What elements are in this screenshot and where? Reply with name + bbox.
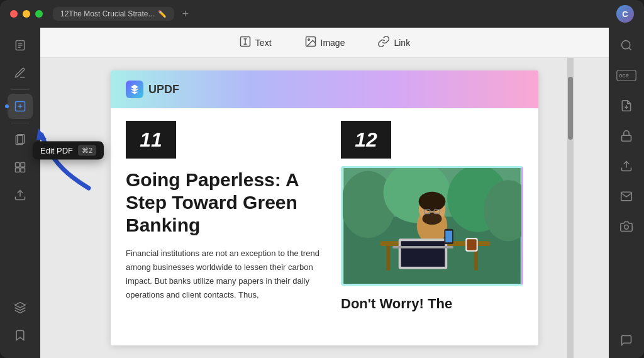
svg-marker-12	[15, 303, 26, 308]
pdf-right-column: 12	[341, 121, 523, 312]
right-chat-button[interactable]	[614, 328, 639, 353]
left-sidebar: Edit PDF ⌘2	[0, 28, 40, 358]
text-toolbar-icon	[239, 35, 252, 50]
toolbar-text-button[interactable]: Text	[233, 31, 278, 54]
right-import-button[interactable]	[614, 93, 639, 118]
traffic-lights	[10, 10, 43, 18]
svg-line-41	[629, 48, 631, 50]
sidebar-item-reader[interactable]	[8, 33, 33, 58]
number-12: 12	[355, 128, 377, 152]
link-toolbar-icon	[377, 35, 390, 50]
article-image	[341, 166, 523, 286]
number-box-12: 12	[341, 121, 391, 159]
scrollbar-track[interactable]	[567, 58, 574, 358]
titlebar: 12The Most Crucial Strate... ✏️ + C	[0, 0, 644, 28]
link-toolbar-label: Link	[394, 38, 410, 48]
close-button[interactable]	[10, 10, 18, 18]
right-share-button[interactable]	[614, 154, 639, 179]
edit-icon: ✏️	[158, 10, 167, 18]
right-save-button[interactable]	[614, 214, 639, 239]
svg-rect-37	[467, 239, 476, 250]
toolbar-image-button[interactable]: Image	[298, 31, 352, 54]
sidebar-item-bookmark[interactable]	[8, 323, 33, 348]
svg-rect-24	[386, 246, 390, 271]
article-subtitle: Don't Worry! The	[341, 296, 523, 312]
content-wrapper: Text Image	[40, 28, 609, 358]
new-tab-button[interactable]: +	[179, 8, 191, 21]
pdf-page: UPDF 11 Going Paperless: A Step Toward G…	[111, 70, 538, 345]
article-title: Going Paperless: A Step Toward Green Ban…	[126, 169, 326, 237]
tooltip-label: Edit PDF	[40, 146, 73, 155]
svg-point-16	[308, 38, 309, 40]
svg-rect-7	[16, 163, 20, 167]
svg-rect-35	[392, 246, 453, 249]
main-layout: Edit PDF ⌘2 Text	[0, 28, 644, 358]
svg-rect-45	[622, 135, 631, 141]
svg-point-28	[419, 192, 446, 211]
tooltip-shortcut: ⌘2	[78, 145, 96, 156]
svg-rect-9	[16, 168, 20, 172]
svg-text:OCR: OCR	[619, 73, 630, 79]
svg-point-47	[625, 225, 629, 230]
tab-title: 12The Most Crucial Strate...	[60, 9, 154, 18]
content-area: UPDF 11 Going Paperless: A Step Toward G…	[40, 58, 609, 358]
user-avatar[interactable]: C	[616, 5, 634, 23]
sidebar-item-pages[interactable]	[8, 127, 33, 152]
sidebar-item-organize[interactable]	[8, 155, 33, 180]
maximize-button[interactable]	[35, 10, 43, 18]
pdf-header: UPDF	[111, 70, 538, 108]
right-search-button[interactable]	[614, 33, 639, 58]
svg-rect-10	[21, 168, 25, 172]
edit-pdf-tooltip: Edit PDF ⌘2	[33, 142, 104, 160]
sidebar-item-layers[interactable]	[8, 295, 33, 320]
updf-logo-icon	[126, 81, 143, 98]
divider-1	[11, 89, 30, 90]
sidebar-item-export[interactable]	[8, 182, 33, 208]
sidebar-item-edit[interactable]	[8, 94, 33, 119]
number-box-11: 11	[126, 121, 176, 159]
active-tab[interactable]: 12The Most Crucial Strate... ✏️	[53, 7, 174, 21]
svg-rect-8	[21, 163, 25, 167]
minimize-button[interactable]	[23, 10, 30, 18]
active-indicator	[5, 104, 9, 108]
right-email-button[interactable]	[614, 184, 639, 209]
article-body: Financial institutions are not an except…	[126, 247, 326, 302]
image-toolbar-icon	[304, 35, 317, 50]
right-sidebar: OCR	[609, 28, 644, 358]
sidebar-item-annotate[interactable]	[8, 60, 33, 86]
user-initial: C	[622, 9, 628, 19]
pdf-left-column: 11 Going Paperless: A Step Toward Green …	[126, 121, 326, 312]
divider-2	[11, 123, 30, 123]
svg-point-29	[423, 213, 442, 225]
text-toolbar-label: Text	[255, 38, 272, 48]
updf-logo-text: UPDF	[148, 83, 179, 96]
right-lock-button[interactable]	[614, 123, 639, 148]
toolbar-link-button[interactable]: Link	[371, 31, 416, 54]
tab-area: 12The Most Crucial Strate... ✏️ +	[53, 7, 191, 21]
svg-rect-39	[445, 231, 452, 242]
top-toolbar: Text Image	[40, 28, 609, 58]
sidebar-bottom	[8, 295, 33, 353]
svg-point-40	[622, 41, 630, 49]
svg-rect-34	[401, 241, 445, 267]
updf-logo: UPDF	[126, 81, 179, 98]
right-ocr-button[interactable]: OCR	[614, 63, 639, 88]
image-toolbar-label: Image	[321, 38, 345, 48]
pdf-body: 11 Going Paperless: A Step Toward Green …	[111, 108, 538, 325]
number-11: 11	[140, 128, 162, 152]
scrollbar-thumb[interactable]	[568, 77, 573, 140]
